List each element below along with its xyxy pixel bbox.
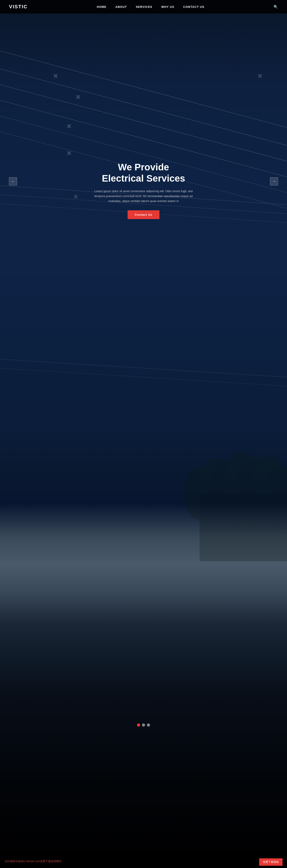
hero-cta-button[interactable]: Contact Us — [128, 210, 159, 219]
arrow-right-icon: → — [272, 179, 276, 183]
svg-line-2 — [0, 79, 287, 168]
nav-link-services[interactable]: SERVICES — [136, 5, 152, 8]
svg-line-1 — [0, 63, 287, 153]
nav-link-why-us[interactable]: WHY US — [161, 5, 174, 8]
svg-line-0 — [0, 45, 287, 135]
nav-item-home[interactable]: HOME — [97, 5, 107, 9]
nav-item-services[interactable]: SERVICES — [136, 5, 152, 9]
nav-link-about[interactable]: ABOUT — [115, 5, 127, 8]
nav-links: HOME ABOUT SERVICES WHY US CONTACT US — [97, 5, 205, 9]
nav-item-contact[interactable]: CONTACT US — [183, 5, 204, 9]
brand-logo[interactable]: VISTIC — [9, 4, 28, 10]
slider-dot-1[interactable] — [137, 723, 140, 726]
nav-link-contact[interactable]: CONTACT US — [183, 5, 204, 8]
slider-dot-3[interactable] — [147, 723, 150, 726]
nav-link-home[interactable]: HOME — [97, 5, 107, 8]
nav-item-about[interactable]: ABOUT — [115, 5, 127, 9]
search-icon[interactable]: 🔍 — [274, 5, 278, 9]
hero-section: We Provide Electrical Services Lorem ips… — [0, 0, 287, 868]
powerlines-overlay — [0, 0, 287, 868]
download-template-button[interactable]: 免费下载模板 — [259, 858, 283, 866]
svg-line-25 — [0, 368, 287, 386]
watermark-bar: 访问感谢光临bbs.xieniao.com免费下载使用网页 免费下载模板 — [0, 855, 287, 868]
hero-title: We Provide Electrical Services — [76, 162, 211, 184]
slider-dots — [137, 723, 150, 726]
nav-item-why-us[interactable]: WHY US — [161, 5, 174, 9]
navbar: VISTIC HOME ABOUT SERVICES WHY US CONTAC… — [0, 0, 287, 13]
slider-prev-button[interactable]: ← — [9, 177, 17, 185]
hero-content: We Provide Electrical Services Lorem ips… — [76, 162, 211, 219]
svg-line-24 — [0, 359, 287, 377]
slider-next-button[interactable]: → — [270, 177, 278, 185]
svg-rect-36 — [200, 494, 287, 561]
slider-dot-2[interactable] — [142, 723, 145, 726]
watermark-text: 访问感谢光临bbs.xieniao.com免费下载使用网页 — [4, 860, 62, 863]
hero-description: Lorem ipsum dolor sit amet consectetur a… — [76, 189, 211, 204]
arrow-left-icon: ← — [11, 179, 15, 183]
